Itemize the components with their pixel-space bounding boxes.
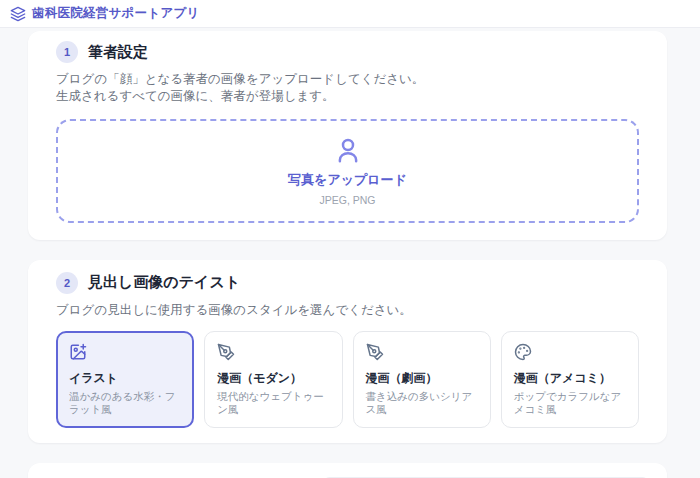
layers-icon bbox=[10, 6, 26, 22]
step-2-badge: 2 bbox=[56, 272, 78, 294]
section-author-settings: 1 筆者設定 ブログの「顔」となる著者の画像をアップロードしてください。 生成さ… bbox=[28, 31, 667, 240]
section-2-title: 見出し画像のテイスト bbox=[88, 273, 240, 292]
style-option-manga-gekiga[interactable]: 漫画（劇画） 書き込みの多いシリアス風 bbox=[353, 331, 491, 428]
section-image-style: 2 見出し画像のテイスト ブログの見出しに使用する画像のスタイルを選んでください… bbox=[28, 260, 667, 443]
style-options-grid: イラスト 温かみのある水彩・フラット風 漫画（モダン） 現代的なウェブトゥーン風 bbox=[56, 331, 639, 428]
user-icon bbox=[333, 135, 363, 165]
pen-tool-icon bbox=[217, 343, 329, 361]
style-option-description: 書き込みの多いシリアス風 bbox=[366, 390, 478, 416]
style-option-description: 現代的なウェブトゥーン風 bbox=[217, 390, 329, 416]
style-option-description: ポップでカラフルなアメコミ風 bbox=[514, 390, 626, 416]
image-plus-icon bbox=[69, 343, 181, 361]
style-option-label: 漫画（劇画） bbox=[366, 370, 478, 387]
app-header: 歯科医院経営サポートアプリ bbox=[0, 0, 700, 28]
section-1-description: ブログの「顔」となる著者の画像をアップロードしてください。 生成されるすべての画… bbox=[56, 71, 639, 105]
style-option-manga-modern[interactable]: 漫画（モダン） 現代的なウェブトゥーン風 bbox=[204, 331, 342, 428]
style-option-description: 温かみのある水彩・フラット風 bbox=[69, 390, 181, 416]
section-article-creation: 3 記事作成（音声入力推奨） AIと対話して作成 PDFから作成 エディタ (確… bbox=[28, 463, 667, 478]
main-content: 1 筆者設定 ブログの「顔」となる著者の画像をアップロードしてください。 生成さ… bbox=[28, 31, 667, 478]
section-2-description: ブログの見出しに使用する画像のスタイルを選んでください。 bbox=[56, 302, 639, 319]
style-option-label: 漫画（モダン） bbox=[217, 370, 329, 387]
step-1-badge: 1 bbox=[56, 41, 78, 63]
upload-formats: JPEG, PNG bbox=[319, 194, 375, 206]
photo-upload-dropzone[interactable]: 写真をアップロード JPEG, PNG bbox=[56, 119, 639, 223]
style-option-label: 漫画（アメコミ） bbox=[514, 370, 626, 387]
section-1-title: 筆者設定 bbox=[88, 43, 148, 62]
pen-tool-icon bbox=[366, 343, 478, 361]
style-option-label: イラスト bbox=[69, 370, 181, 387]
description-line-1: ブログの「顔」となる著者の画像をアップロードしてください。 bbox=[56, 71, 639, 88]
palette-icon bbox=[514, 343, 626, 361]
upload-label: 写真をアップロード bbox=[288, 171, 407, 189]
description-line-2: 生成されるすべての画像に、著者が登場します。 bbox=[56, 88, 639, 105]
style-option-illustration[interactable]: イラスト 温かみのある水彩・フラット風 bbox=[56, 331, 194, 428]
style-option-manga-amecomi[interactable]: 漫画（アメコミ） ポップでカラフルなアメコミ風 bbox=[501, 331, 639, 428]
app-title: 歯科医院経営サポートアプリ bbox=[32, 5, 200, 22]
